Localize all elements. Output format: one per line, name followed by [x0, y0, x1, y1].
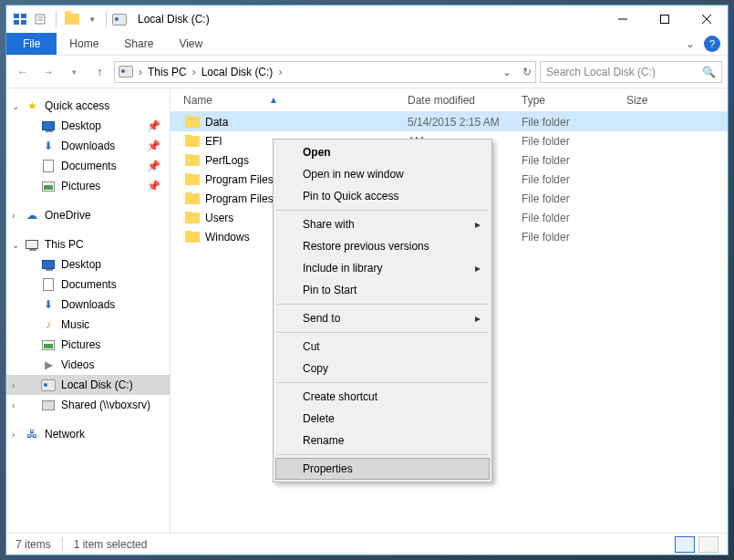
address-bar[interactable]: › This PC › Local Disk (C:) › ⌄ ↻: [114, 61, 536, 83]
breadcrumb[interactable]: Local Disk (C:): [202, 66, 274, 78]
submenu-arrow-icon: ▸: [475, 218, 481, 231]
nav-tree: ⌄★Quick access Desktop📌 ⬇Downloads📌 Docu…: [6, 88, 171, 533]
menu-separator: [277, 454, 488, 455]
menu-item[interactable]: Restore previous versions: [275, 235, 490, 257]
submenu-arrow-icon: ▸: [475, 312, 481, 325]
tree-downloads[interactable]: ⬇Downloads📌: [6, 136, 170, 156]
help-button[interactable]: ?: [704, 36, 720, 52]
search-input[interactable]: Search Local Disk (C:) 🔍: [540, 61, 722, 83]
chevron-right-icon[interactable]: ›: [139, 66, 142, 78]
tree-local-disk[interactable]: ›Local Disk (C:): [6, 375, 170, 395]
tree-desktop[interactable]: Desktop📌: [6, 116, 170, 136]
menu-item[interactable]: Send to▸: [275, 307, 490, 329]
view-icons-button[interactable]: [698, 536, 718, 553]
tab-view[interactable]: View: [166, 33, 215, 55]
tree-pc-downloads[interactable]: ⬇Downloads: [6, 295, 170, 315]
drive-icon: [112, 14, 127, 26]
folder-icon: [185, 174, 200, 185]
menu-item-label: Delete: [303, 412, 335, 425]
submenu-arrow-icon: ▸: [475, 262, 481, 275]
close-button[interactable]: [686, 5, 728, 33]
file-name: Users: [205, 212, 233, 224]
menu-item-label: Create shortcut: [303, 390, 377, 403]
menu-item-label: Include in library: [303, 262, 382, 275]
tree-documents[interactable]: Documents📌: [6, 156, 170, 176]
minimize-button[interactable]: [602, 5, 644, 33]
menu-item[interactable]: Rename: [275, 430, 490, 451]
chevron-right-icon[interactable]: ›: [192, 66, 196, 78]
view-details-button[interactable]: [675, 536, 695, 553]
tab-share[interactable]: Share: [111, 33, 166, 55]
tree-onedrive[interactable]: ›☁OneDrive: [6, 205, 170, 225]
app-icon: [12, 11, 28, 27]
qat-dropdown-icon[interactable]: ▾: [84, 11, 100, 27]
menu-item-label: Open: [303, 146, 331, 159]
col-date[interactable]: Date modified: [408, 94, 522, 107]
tree-pc-videos[interactable]: ▶Videos: [6, 355, 170, 375]
menu-item[interactable]: Open in new window: [275, 163, 490, 185]
ribbon-caret-icon[interactable]: ⌄: [686, 37, 695, 50]
file-type: File folder: [522, 154, 626, 167]
tree-network[interactable]: ›🖧Network: [6, 424, 170, 444]
menu-separator: [277, 332, 488, 333]
refresh-button[interactable]: ↻: [522, 66, 532, 78]
menu-item[interactable]: Pin to Start: [275, 279, 490, 301]
tree-this-pc[interactable]: ⌄This PC: [6, 234, 170, 254]
menu-item[interactable]: Cut: [275, 336, 490, 358]
up-button[interactable]: ↑: [88, 61, 110, 83]
menu-item[interactable]: Properties: [275, 458, 490, 480]
tree-pc-music[interactable]: ♪Music: [6, 315, 170, 335]
tab-home[interactable]: Home: [57, 33, 111, 55]
search-placeholder: Search Local Disk (C:): [546, 66, 702, 78]
svg-rect-2: [14, 20, 19, 25]
status-selected: 1 item selected: [74, 538, 148, 551]
menu-item-label: Open in new window: [303, 168, 404, 181]
addr-dropdown-icon[interactable]: ⌄: [502, 66, 512, 78]
menu-item[interactable]: Create shortcut: [275, 386, 490, 408]
menu-item-label: Send to: [303, 312, 340, 325]
tab-file[interactable]: File: [6, 33, 57, 55]
menu-item[interactable]: Delete: [275, 408, 490, 430]
svg-rect-1: [21, 14, 26, 18]
tree-quick-access[interactable]: ⌄★Quick access: [6, 96, 170, 116]
tree-shared[interactable]: ›Shared (\\vboxsrv): [6, 395, 170, 415]
context-menu: OpenOpen in new windowPin to Quick acces…: [273, 139, 492, 482]
forward-button[interactable]: →: [37, 61, 59, 83]
svg-rect-8: [661, 16, 669, 24]
col-size[interactable]: Size: [626, 94, 728, 107]
menu-item[interactable]: Include in library▸: [275, 257, 490, 279]
tree-pc-documents[interactable]: Documents: [6, 275, 170, 295]
pin-icon: 📌: [147, 119, 160, 132]
menu-item[interactable]: Pin to Quick access: [275, 185, 490, 207]
qat-newfolder-icon[interactable]: [64, 11, 80, 27]
maximize-button[interactable]: [644, 5, 686, 33]
menu-item[interactable]: Share with▸: [275, 213, 490, 235]
tree-pc-pictures[interactable]: Pictures: [6, 335, 170, 355]
back-button[interactable]: ←: [12, 61, 34, 83]
file-type: File folder: [522, 212, 626, 224]
folder-icon: [185, 155, 200, 166]
file-type: File folder: [522, 192, 626, 205]
file-name: Program Files: [205, 192, 274, 205]
search-icon: 🔍: [702, 66, 716, 78]
menu-item-label: Share with: [303, 218, 355, 231]
recent-dropdown-icon[interactable]: ▾: [63, 61, 85, 83]
menu-separator: [277, 382, 488, 383]
menu-item[interactable]: Open: [275, 141, 490, 163]
file-row[interactable]: Data5/14/2015 2:15 AMFile folder: [171, 112, 728, 131]
menu-item-label: Pin to Quick access: [303, 190, 398, 202]
col-type[interactable]: Type: [522, 94, 626, 107]
chevron-right-icon[interactable]: ›: [278, 66, 282, 78]
file-type: File folder: [522, 135, 626, 148]
window-title: Local Disk (C:): [138, 13, 210, 26]
col-name[interactable]: Name▴: [171, 94, 408, 107]
qat-properties-icon[interactable]: [32, 11, 48, 27]
breadcrumb[interactable]: This PC: [148, 66, 187, 78]
menu-item-label: Pin to Start: [303, 284, 357, 296]
svg-rect-0: [14, 14, 19, 18]
tree-pc-desktop[interactable]: Desktop: [6, 254, 170, 275]
menu-item[interactable]: Copy: [275, 358, 490, 379]
svg-rect-4: [36, 15, 45, 24]
tree-pictures[interactable]: Pictures📌: [6, 176, 170, 196]
menu-separator: [277, 304, 488, 305]
